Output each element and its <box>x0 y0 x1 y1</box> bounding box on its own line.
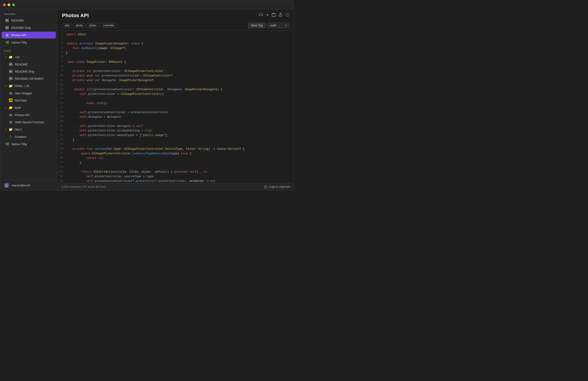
cloud-icon[interactable] <box>259 13 263 17</box>
tags-row: uikit photo picker controller <box>62 23 117 28</box>
code-line: 8¬ <box>58 64 294 69</box>
svg-point-1 <box>6 184 8 186</box>
line-number: 23 <box>58 133 66 138</box>
sidebar-item-readme-snip-fav[interactable]: MD README Snip <box>1 24 56 31</box>
line-number: 17 <box>58 106 66 110</box>
folder-html-js[interactable]: ▾ 📁 HTML + JS <box>1 83 56 89</box>
line-number: 28 <box>58 156 66 161</box>
info-icon[interactable]: ⓘ <box>286 13 289 18</box>
folder-obj-c[interactable]: ▾ 📁 Obj-C <box>1 126 56 133</box>
folder-swift[interactable]: ▾ 📁 Swift <box>1 104 56 111</box>
folder-icon: 📁 <box>9 55 13 59</box>
folder-md[interactable]: ▾ 📁 .md <box>1 54 56 61</box>
copy-label: Copy to clipboard <box>269 185 290 189</box>
code-line: 24····}¬ <box>58 138 294 142</box>
line-content: ····}¬ <box>66 138 294 142</box>
line-content: }¬ <box>66 51 294 55</box>
sidebar-item-label: New Snippet <box>15 92 32 95</box>
line-number: 16 <box>58 101 66 106</box>
line-number: 30 <box>58 165 66 170</box>
swift-folder-children: ⊞ Photos API ⊞ Swift Square Function <box>0 111 57 126</box>
heart-icon[interactable]: ♥ <box>267 13 269 17</box>
code-line: 16············super.init()¬ <box>58 101 294 106</box>
tag-uikit[interactable]: uikit <box>62 23 72 28</box>
snippet-icon: ⊞ <box>9 120 13 124</box>
sidebar-item-readme-local[interactable]: MD README <box>5 61 56 68</box>
sidebar-bottom: marshallino16 <box>0 180 57 190</box>
md-icon: MD <box>5 19 9 22</box>
chevron-down-icon: ▾ <box>5 128 6 131</box>
line-number: 29 <box>58 161 66 165</box>
code-line: 27········▾guard UIImagePickerController… <box>58 151 294 156</box>
js-icon: JS <box>9 98 13 102</box>
line-number: 19 <box>58 115 66 119</box>
language-select[interactable]: swift objc javascript swift <box>267 23 289 28</box>
leaf-icon: 🌿 <box>5 41 9 44</box>
line-content: ¬ <box>66 83 294 87</box>
line-number: 8 <box>58 64 66 69</box>
sidebar-item-readme-fav[interactable]: MD README <box>1 17 56 24</box>
svg-rect-2 <box>272 14 275 17</box>
line-number: 27 <box>58 151 66 156</box>
line-number: 11 <box>58 78 66 83</box>
line-content: ····private func action(for type: UIImag… <box>66 147 294 151</box>
code-line: 10····private weak var presentationContr… <box>58 73 294 78</box>
line-number: 20 <box>58 119 66 124</box>
share-icon[interactable] <box>279 13 282 18</box>
sidebar-item-label: Swift Square Function <box>15 120 44 124</box>
stats-text: 3,150 characters 247 words 86 lines <box>61 185 105 189</box>
tag-controller[interactable]: controller <box>100 23 117 28</box>
code-line: 2¬ <box>58 37 294 42</box>
line-content: import UIKit¬ <box>66 32 294 37</box>
line-content: ········▾guard UIImagePickerController.i… <box>66 151 294 156</box>
line-content: ····private let pickerController: UIImag… <box>66 69 294 73</box>
maximize-button[interactable] <box>12 3 15 6</box>
username: marshallino16 <box>12 184 30 187</box>
sidebar-item-get-data[interactable]: JS Get Data <box>5 97 56 104</box>
code-line: 3▾public protocol ImagePickerDelegate: c… <box>58 42 294 46</box>
code-line: 29········}¬ <box>58 161 294 165</box>
line-number: 4 <box>58 46 66 51</box>
snippet-icon: ⊞ <box>9 113 13 117</box>
close-button[interactable] <box>3 3 6 6</box>
code-line: 12¬ <box>58 83 294 87</box>
code-line: 22········self.pickerController.allowsEd… <box>58 128 294 133</box>
language-select-wrapper: swift objc javascript swift <box>267 23 289 28</box>
sidebar-item-readme-cm[interactable]: MD README CM-SwiftUI <box>5 75 56 82</box>
sidebar-item-photos-api-local[interactable]: ⊞ Photos API <box>5 111 56 118</box>
new-tag-button[interactable]: New Tag <box>248 23 266 28</box>
folder-icon: 📁 <box>9 106 13 109</box>
line-number: 3 <box>58 42 66 46</box>
code-line: 14········self.pickerController = UIImag… <box>58 92 294 96</box>
code-line: 30¬ <box>58 165 294 170</box>
line-content: ············self.presentationController?… <box>66 179 294 183</box>
tag-photo[interactable]: photo <box>73 23 85 28</box>
minimize-button[interactable] <box>8 3 10 6</box>
sidebar-item-alpine-fav[interactable]: 🌿 Alpine+Tifig <box>1 39 56 46</box>
main-content: Photos API ♥ <box>58 9 294 190</box>
page-title: Photos API <box>62 13 89 19</box>
md-icon: MD <box>9 70 13 73</box>
sidebar-item-readme-snip-local[interactable]: MD README Snip <box>5 68 56 75</box>
code-editor[interactable]: 1import UIKit¬2¬3▾public protocol ImageP… <box>58 30 294 183</box>
sidebar-item-new-snippet[interactable]: ⊞ New Snippet <box>5 90 56 97</box>
code-line: 33············self.presentationControlle… <box>58 179 294 183</box>
toolbar-icons: ♥ <box>259 13 289 18</box>
traffic-lights <box>3 3 15 6</box>
tag-picker[interactable]: picker <box>86 23 99 28</box>
sidebar-item-gradient[interactable]: ⬡ Gradient <box>5 133 56 140</box>
line-number: 9 <box>58 69 66 73</box>
main-layout: Favorites MD README MD README Snip ⊞ Pho… <box>0 9 294 190</box>
sidebar-item-alpine-local[interactable]: 🌿 Alpine+Tifig <box>1 141 56 148</box>
copy-to-clipboard-button[interactable]: Copy to clipboard <box>264 185 290 189</box>
trash-icon[interactable] <box>272 13 275 18</box>
sidebar-item-swift-square[interactable]: ⊞ Swift Square Function <box>5 119 56 126</box>
folder-icon: 📁 <box>9 84 13 88</box>
code-line: 13····▾public init(presentationControlle… <box>58 87 294 92</box>
line-number: 10 <box>58 73 66 78</box>
sidebar-item-label: Gradient <box>15 135 26 139</box>
chevron-down-icon: ▾ <box>5 56 6 58</box>
line-number: 15 <box>58 96 66 101</box>
sidebar-item-photos-api-fav[interactable]: ⊞ Photos API <box>1 32 56 39</box>
code-line: 4····func didSelect(image: UIImage?)¬ <box>58 46 294 51</box>
